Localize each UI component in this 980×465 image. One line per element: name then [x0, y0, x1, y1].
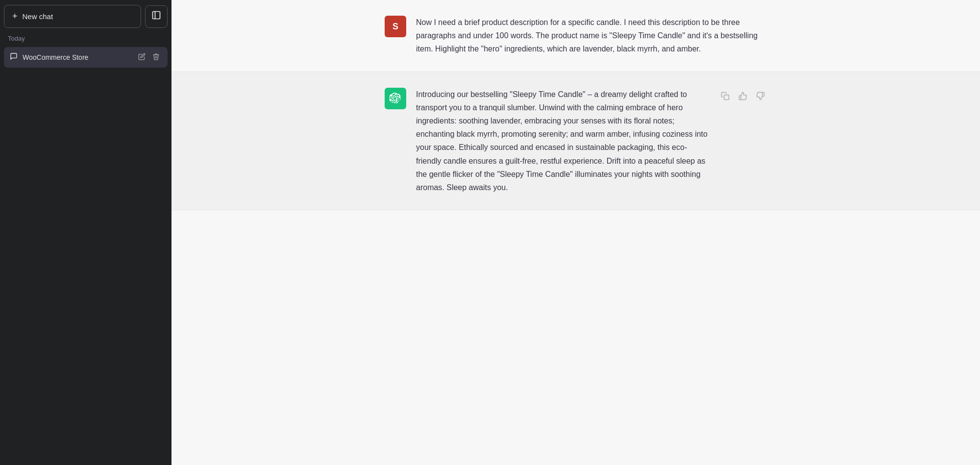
ai-message-inner: Introducing our bestselling "Sleepy Time…	[365, 88, 786, 195]
main-content: S Now I need a brief product description…	[172, 0, 980, 465]
ai-message-block: Introducing our bestselling "Sleepy Time…	[172, 72, 980, 211]
ai-message-text: Introducing our bestselling "Sleepy Time…	[416, 88, 709, 195]
user-message-inner: S Now I need a brief product description…	[365, 16, 786, 56]
sidebar: + New chat Today WooCommerce Store	[0, 0, 172, 465]
edit-chat-button[interactable]	[136, 52, 147, 63]
user-message-block: S Now I need a brief product description…	[172, 0, 980, 72]
toggle-icon	[151, 10, 161, 23]
user-message-text: Now I need a brief product description f…	[416, 16, 767, 56]
chat-icon	[10, 52, 18, 62]
section-today: Today	[4, 33, 168, 44]
svg-rect-0	[153, 12, 160, 19]
user-avatar-letter: S	[392, 22, 398, 32]
delete-chat-button[interactable]	[150, 52, 162, 63]
chat-item-label: WooCommerce Store	[23, 53, 131, 61]
copy-button[interactable]	[719, 90, 732, 105]
new-chat-label: New chat	[23, 12, 53, 21]
svg-rect-2	[724, 95, 729, 99]
ai-message-actions	[719, 88, 767, 105]
chat-item-woocommerce[interactable]: WooCommerce Store	[4, 47, 168, 68]
plus-icon: +	[12, 11, 18, 22]
thumbs-down-button[interactable]	[754, 90, 767, 105]
new-chat-button[interactable]: + New chat	[4, 5, 141, 28]
chat-item-actions	[136, 52, 162, 63]
toggle-sidebar-button[interactable]	[145, 5, 168, 28]
ai-avatar	[385, 88, 406, 109]
thumbs-up-button[interactable]	[736, 90, 749, 105]
user-avatar: S	[385, 16, 406, 37]
sidebar-header: + New chat	[4, 5, 168, 28]
